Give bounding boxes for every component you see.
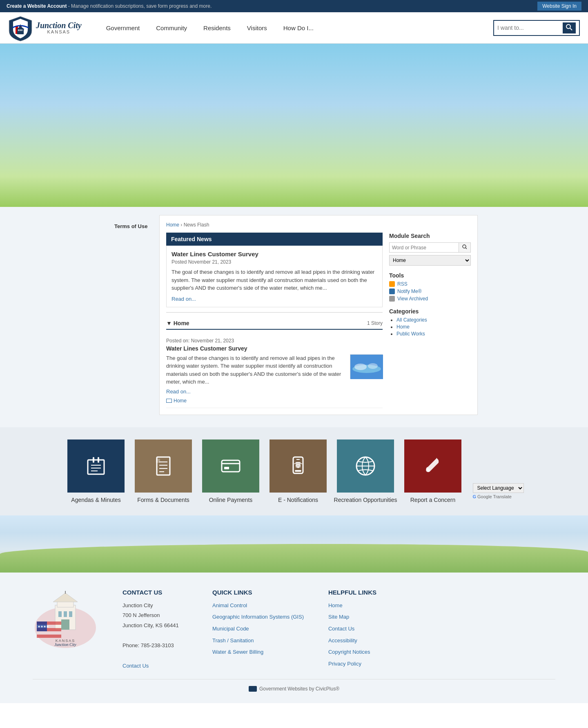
city-name: Junction City (36, 21, 82, 29)
quick-link-animal[interactable]: Animal Control (212, 601, 304, 611)
state-label: KANSAS (36, 29, 82, 34)
home-badge-icon (166, 399, 172, 403)
quick-link-water[interactable]: Water & Sewer Billing (212, 647, 304, 657)
categories-section: Categories All Categories Home Public Wo… (389, 308, 471, 337)
ql-recreation[interactable]: Recreation Opportunities (334, 439, 397, 503)
categories-title: Categories (389, 308, 471, 315)
logo[interactable]: Junction City KANSAS (8, 16, 82, 40)
module-search-input-row (389, 242, 471, 253)
create-account-link[interactable]: Create a Website Account (7, 3, 67, 9)
svg-rect-27 (156, 459, 160, 463)
logo-text: Junction City KANSAS (36, 21, 82, 34)
ql-report[interactable]: Report a Concern (401, 439, 465, 503)
search-box (493, 20, 580, 36)
category-all-link[interactable]: All Categories (396, 317, 427, 323)
helpful-link-sitemap[interactable]: Site Map (328, 612, 394, 622)
svg-point-8 (566, 24, 570, 29)
helpful-links-title: HELPFUL LINKS (328, 589, 394, 596)
helpful-link-accessibility[interactable]: Accessibility (328, 636, 394, 646)
featured-news-section: Featured News Water Lines Customer Surve… (166, 233, 383, 307)
notify-label: Notify Me® (397, 289, 422, 294)
featured-news-title: Featured News (171, 236, 212, 242)
story-read-on-link[interactable]: Read on... (166, 388, 191, 395)
translate-widget: Select Language G Google Translate (473, 483, 524, 499)
footer-bottom-text: Government Websites by CivicPlus® (259, 686, 339, 692)
svg-text:★★★★: ★★★★ (38, 625, 49, 628)
svg-rect-30 (224, 467, 229, 469)
svg-text:Junction City: Junction City (54, 642, 76, 647)
footer-inner: ★★★★ Junction City KANSAS CONTACT US Jun… (33, 589, 555, 671)
svg-rect-46 (64, 611, 67, 617)
home-badge: Home (166, 398, 383, 404)
featured-news-date: Posted November 21, 2023 (172, 259, 377, 265)
breadcrumb-current: News Flash (184, 222, 209, 228)
svg-rect-5 (21, 29, 22, 31)
search-button[interactable] (563, 22, 576, 33)
email-icon (389, 289, 395, 294)
module-search-button[interactable] (459, 243, 470, 252)
story-date: Posted on: November 21, 2023 (166, 338, 383, 344)
ql-notifications-label: E - Notifications (278, 497, 318, 503)
footer-logo-svg: ★★★★ Junction City KANSAS (33, 589, 98, 650)
rss-tool[interactable]: RSS (389, 281, 471, 287)
story-count: 1 Story (367, 320, 383, 326)
archive-icon (389, 296, 395, 302)
category-public-works-link[interactable]: Public Works (396, 331, 425, 337)
quick-link-municipal[interactable]: Municipal Code (212, 624, 304, 634)
quick-links-strip: Agendas & Minutes Forms & Documents Onli… (0, 427, 588, 515)
right-sidebar: Module Search Home All Public Works (389, 233, 471, 408)
top-bar: Create a Website Account - Manage notifi… (0, 0, 588, 12)
module-search-select[interactable]: Home All Public Works (389, 255, 471, 266)
footer-bottom: Government Websites by CivicPlus® (33, 679, 555, 695)
nav-community[interactable]: Community (148, 20, 195, 36)
svg-point-35 (297, 466, 299, 468)
quick-link-trash[interactable]: Trash / Sanitation (212, 636, 304, 646)
helpful-link-copyright[interactable]: Copyright Notices (328, 647, 394, 657)
search-input[interactable] (497, 24, 563, 31)
helpful-link-contact[interactable]: Contact Us (328, 624, 394, 634)
category-home-link[interactable]: Home (396, 324, 410, 330)
logo-shield-icon (8, 16, 33, 40)
ql-agendas[interactable]: Agendas & Minutes (65, 439, 128, 503)
svg-rect-3 (18, 29, 19, 31)
breadcrumb: Home › News Flash (166, 222, 471, 228)
contact-address: Junction City 700 N Jefferson Junction C… (122, 601, 188, 671)
module-search: Module Search Home All Public Works (389, 233, 471, 266)
ql-notifications[interactable]: E - Notifications (267, 439, 330, 503)
nav-residents[interactable]: Residents (195, 20, 239, 36)
terms-sidebar: Terms of Use (110, 215, 159, 415)
ql-payments[interactable]: Online Payments (199, 439, 263, 503)
category-all: All Categories (396, 317, 471, 323)
category-home: Home (396, 324, 471, 330)
featured-read-on-link[interactable]: Read on... (172, 296, 196, 302)
create-account-desc: - Manage notification subscriptions, sav… (68, 3, 212, 9)
main-content-box: Home › News Flash Featured News Water Li… (159, 215, 478, 415)
category-public-works: Public Works (396, 331, 471, 337)
signin-button[interactable]: Website Sign In (537, 2, 581, 11)
nav-how-do-i[interactable]: How Do I... (275, 20, 322, 36)
quick-link-gis[interactable]: Geographic Information Systems (GIS) (212, 612, 304, 622)
archive-label: View Archived (397, 296, 428, 302)
featured-news-article-title: Water Lines Customer Survey (172, 251, 377, 257)
helpful-link-home[interactable]: Home (328, 601, 394, 611)
home-section: ▼ Home 1 Story Posted on: November 21, 2… (166, 317, 383, 408)
helpful-link-privacy[interactable]: Privacy Policy (328, 659, 394, 669)
footer-grass (0, 544, 588, 573)
svg-rect-17 (93, 457, 94, 463)
home-badge-label: Home (174, 398, 187, 404)
ql-forms[interactable]: Forms & Documents (132, 439, 195, 503)
ql-forms-label: Forms & Documents (137, 497, 189, 503)
contact-us-link[interactable]: Contact Us (122, 663, 149, 669)
module-search-field[interactable] (390, 243, 459, 252)
archive-tool[interactable]: View Archived (389, 296, 471, 302)
language-select[interactable]: Select Language (473, 483, 524, 493)
story-image (350, 354, 383, 379)
nav-visitors[interactable]: Visitors (239, 20, 275, 36)
svg-rect-28 (222, 460, 240, 472)
nav-government[interactable]: Government (98, 20, 148, 36)
breadcrumb-home[interactable]: Home (166, 222, 179, 228)
notify-tool[interactable]: Notify Me® (389, 289, 471, 294)
svg-point-38 (426, 468, 430, 472)
breadcrumb-separator: › (180, 222, 183, 228)
footer-quick-links: QUICK LINKS Animal Control Geographic In… (212, 589, 304, 671)
